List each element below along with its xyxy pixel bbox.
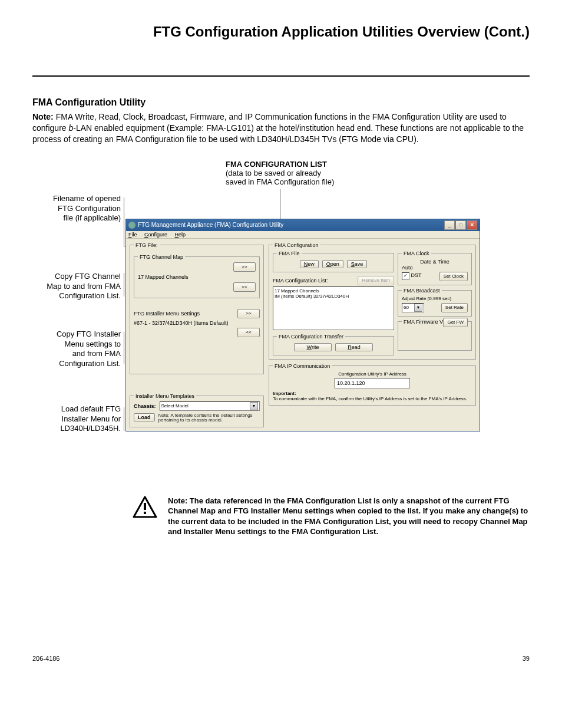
ip-input[interactable]: 10.20.1.120 <box>335 378 410 388</box>
callout-copy-installer: Copy FTG InstallerMenu settings toand fr… <box>32 330 121 370</box>
page-title: FTG Configuration Application Utilities … <box>32 24 530 40</box>
ip-legend: FMA IP Communication <box>273 363 332 369</box>
note-prefix: Note: <box>32 112 56 121</box>
app-icon <box>128 222 135 229</box>
config-list-sub2: saved in FMA Configuration file) <box>226 177 334 186</box>
read-button[interactable]: Read <box>335 343 373 351</box>
fma-config-group: FMA Configuration FMA File New Open Save <box>269 242 476 360</box>
broadcast-group: FMA Broadcast Adjust Rate (0-999 sec) 60… <box>398 288 472 317</box>
chassis-select[interactable]: Select Model ▼ <box>160 401 260 411</box>
config-list-label: FMA Configuration List: <box>273 278 328 284</box>
important-text: To communicate with the FMA, confirm the… <box>273 396 472 401</box>
doc-id: 206-4186 <box>32 655 60 662</box>
rate-select[interactable]: 60 ▼ <box>402 303 424 312</box>
installer-label: FTG Installer Menu Settings <box>134 311 200 317</box>
config-listbox[interactable]: 17 Mapped Channels IM (Items Default) 32… <box>273 286 394 330</box>
channel-map-count: 17 Mapped Channels <box>138 274 189 280</box>
chassis-label: Chassis: <box>134 403 156 409</box>
transfer-group: FMA Configuration Transfer Write Read <box>273 334 394 355</box>
svg-rect-1 <box>144 503 146 510</box>
note-body-2: -LAN enabled equipment (Example: FMA-LG1… <box>32 123 524 144</box>
section-note: Note: FMA Write, Read, Clock, Broadcast,… <box>32 111 530 145</box>
list-item[interactable]: 17 Mapped Channels <box>275 288 392 294</box>
app-window: FTG Management Appliance (FMA) Configura… <box>125 219 480 432</box>
warning-icon <box>133 496 157 537</box>
templates-group: Installer Menu Templates Chassis: Select… <box>130 393 264 428</box>
save-button[interactable]: Save <box>347 260 368 268</box>
close-button[interactable]: ✕ <box>467 220 477 230</box>
remove-item-button[interactable]: Remove Item <box>358 276 394 285</box>
ip-group: FMA IP Communication Configuration Utili… <box>269 363 476 406</box>
list-item[interactable]: IM (Items Default) 32/37/42LD340H <box>275 294 392 299</box>
installer-left-button[interactable]: << <box>237 328 260 337</box>
clock-auto: Auto <box>402 265 468 271</box>
load-button[interactable]: Load <box>134 413 155 421</box>
ip-label: Configuration Utility's IP Address <box>273 371 472 377</box>
channel-map-left-button[interactable]: << <box>233 282 256 292</box>
callout-load-default: Load default FTGInstaller Menu forLD340H… <box>32 404 121 434</box>
menu-configure[interactable]: Configure <box>144 232 167 238</box>
menu-help[interactable]: Help <box>175 232 186 238</box>
firmware-group: FMA Firmware Version Get FW <box>398 319 472 351</box>
config-list-title: FMA CONFIGURATION LIST <box>226 160 334 169</box>
fma-file-group: FMA File New Open Save <box>273 251 394 272</box>
titlebar: FTG Management Appliance (FMA) Configura… <box>126 219 480 231</box>
set-clock-button[interactable]: Set Clock <box>439 272 468 281</box>
dst-label: DST <box>411 272 422 278</box>
new-button[interactable]: New <box>300 260 319 268</box>
channel-map-group: FTG Channel Map >> 17 Mapped Channels << <box>134 254 260 298</box>
ftg-file-group: FTG File: FTG Channel Map >> 17 Mapped C… <box>130 242 264 374</box>
installer-right-button[interactable]: >> <box>237 309 260 318</box>
fma-file-legend: FMA File <box>277 251 302 256</box>
chevron-down-icon: ▼ <box>414 304 422 312</box>
section-heading: FMA Configuration Utility <box>32 97 530 108</box>
figure-area: FMA CONFIGURATION LIST (data to be saved… <box>32 160 530 454</box>
write-button[interactable]: Write <box>294 343 332 351</box>
templates-legend: Installer Menu Templates <box>134 393 196 399</box>
ftg-file-legend: FTG File: <box>134 242 160 248</box>
menubar: File Configure Help <box>126 231 480 239</box>
broadcast-legend: FMA Broadcast <box>402 288 442 294</box>
menu-file[interactable]: File <box>128 232 137 238</box>
chevron-down-icon: ▼ <box>250 402 258 410</box>
title-rule <box>32 75 530 77</box>
warning-text: Note: The data referenced in the FMA Con… <box>168 496 530 537</box>
rate-value: 60 <box>404 305 409 310</box>
app-title: FTG Management Appliance (FMA) Configura… <box>138 222 283 228</box>
callout-filename: Filename of openedFTG Configurationfile … <box>32 194 121 224</box>
transfer-legend: FMA Configuration Transfer <box>277 334 345 340</box>
get-fw-button[interactable]: Get FW <box>443 318 468 327</box>
callout-copy-channel: Copy FTG ChannelMap to and from FMAConfi… <box>32 272 121 302</box>
template-note: Note: A template contains the default se… <box>158 413 260 424</box>
set-rate-button[interactable]: Set Rate <box>441 303 468 312</box>
clock-legend: FMA Clock <box>402 251 431 256</box>
chassis-value: Select Model <box>161 403 189 409</box>
rate-label: Adjust Rate (0-999 sec) <box>402 296 468 301</box>
channel-map-right-button[interactable]: >> <box>233 262 256 272</box>
dst-checkbox[interactable]: ✓ <box>402 272 409 280</box>
svg-rect-2 <box>144 512 146 514</box>
important-label: Important: <box>273 391 296 396</box>
config-list-sub1: (data to be saved or already <box>226 169 334 177</box>
clock-dt: Date & Time <box>402 259 468 265</box>
fma-config-legend: FMA Configuration <box>273 242 320 248</box>
channel-map-legend: FTG Channel Map <box>138 254 185 260</box>
page-number: 39 <box>523 655 530 662</box>
clock-group: FMA Clock Date & Time Auto ✓ DST Set Clo… <box>398 251 472 285</box>
open-button[interactable]: Open <box>322 260 343 268</box>
installer-item: #67-1 - 32/37/42LD340H (Items Default) <box>134 320 260 326</box>
maximize-button[interactable]: □ <box>455 220 466 230</box>
minimize-button[interactable]: _ <box>444 220 455 230</box>
